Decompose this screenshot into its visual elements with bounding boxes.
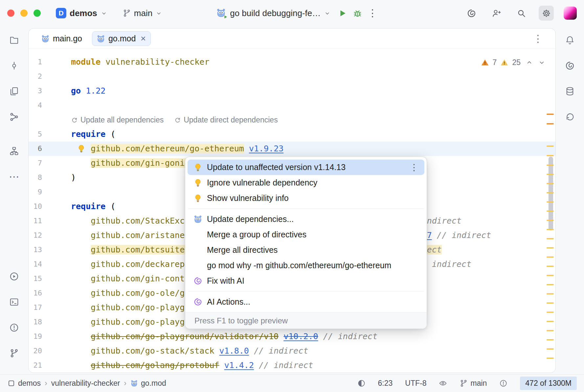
database-icon[interactable] <box>561 82 579 100</box>
more-run-actions-button[interactable]: ⋮ <box>365 6 380 21</box>
stripe-weak-warning-mark[interactable] <box>547 229 554 230</box>
copy-icon[interactable] <box>5 82 23 100</box>
debug-button[interactable] <box>350 6 365 21</box>
ai-assistant-icon[interactable] <box>464 6 479 21</box>
close-tab-icon[interactable]: ✕ <box>140 35 146 43</box>
menu-item[interactable]: Merge all directives <box>188 242 424 258</box>
breadcrumb-file[interactable]: go.mod <box>141 379 166 388</box>
structure-icon[interactable] <box>5 142 23 160</box>
breadcrumb-project[interactable]: demos <box>18 379 41 388</box>
stripe-weak-warning-mark[interactable] <box>547 201 554 203</box>
menu-item[interactable]: Fix with AI <box>188 273 424 289</box>
more-icon[interactable]: ⋯ <box>5 167 23 186</box>
menu-item[interactable]: Merge a group of directives <box>188 227 424 242</box>
history-icon[interactable] <box>561 108 579 126</box>
stripe-weak-warning-mark[interactable] <box>547 155 554 156</box>
notifications-icon[interactable] <box>561 31 579 49</box>
code-line[interactable]: 20 github.com/go-stack/stack v1.8.0 // i… <box>29 344 555 358</box>
project-widget[interactable]: D demos <box>52 5 111 21</box>
zoom-window-button[interactable] <box>34 10 41 17</box>
commit-icon[interactable] <box>5 56 23 75</box>
stripe-weak-warning-mark[interactable] <box>547 348 554 350</box>
highlighting-eye-icon[interactable] <box>439 379 447 387</box>
stripe-weak-warning-mark[interactable] <box>547 321 554 322</box>
close-window-button[interactable] <box>7 10 14 17</box>
menu-item-label: Show vulnerability info <box>207 193 289 203</box>
inlay-hints-row[interactable]: Update all dependenciesUpdate direct dep… <box>29 113 555 127</box>
minimize-window-button[interactable] <box>20 10 28 17</box>
refresh-icon <box>71 117 78 123</box>
stripe-warning-mark[interactable] <box>547 123 554 124</box>
run-button[interactable] <box>335 6 350 21</box>
code-line[interactable]: 4 <box>29 98 555 113</box>
stripe-weak-warning-mark[interactable] <box>547 247 554 249</box>
stripe-weak-warning-mark[interactable] <box>547 238 554 239</box>
avatar[interactable] <box>564 7 577 20</box>
menu-item[interactable]: Update dependencies... <box>188 211 424 227</box>
stripe-weak-warning-mark[interactable] <box>547 256 554 258</box>
stripe-warning-mark[interactable] <box>547 114 554 115</box>
stripe-weak-warning-mark[interactable] <box>547 330 554 331</box>
breadcrumb-module[interactable]: vulnerability-checker <box>51 379 120 388</box>
code-line[interactable]: 3go 1.22 <box>29 84 555 98</box>
settings-icon[interactable] <box>539 6 554 21</box>
inspections-widget[interactable]: 7 25 <box>481 58 546 67</box>
stripe-weak-warning-mark[interactable] <box>547 192 554 193</box>
intention-bulb-icon[interactable] <box>77 144 86 153</box>
folder-icon[interactable] <box>5 31 23 49</box>
menu-item[interactable]: go mod why -m github.com/ethereum/go-eth… <box>188 258 424 273</box>
ai-assistant-icon[interactable] <box>561 56 579 75</box>
stripe-weak-warning-mark[interactable] <box>547 164 554 166</box>
stripe-weak-warning-mark[interactable] <box>547 339 554 340</box>
stripe-weak-warning-mark[interactable] <box>547 210 554 212</box>
stripe-weak-warning-mark[interactable] <box>547 266 554 267</box>
stripe-weak-warning-mark[interactable] <box>547 302 554 304</box>
code-line[interactable]: 6 github.com/ethereum/go-ethereum v1.9.2… <box>29 142 555 156</box>
code-line[interactable]: 21 github.com/golang/protobuf v1.4.2 // … <box>29 358 555 373</box>
menu-item-more-icon[interactable]: ⋮ <box>408 162 420 173</box>
inlay-update-direct-dependencies[interactable]: Update direct dependencies <box>174 113 278 127</box>
search-icon[interactable] <box>514 6 529 21</box>
stripe-weak-warning-mark[interactable] <box>547 284 554 285</box>
previous-problem-button[interactable] <box>526 59 533 66</box>
stripe-weak-warning-mark[interactable] <box>547 275 554 276</box>
stripe-weak-warning-mark[interactable] <box>547 312 554 313</box>
menu-item[interactable]: Ignore vulnerable dependency <box>188 175 424 190</box>
file-encoding[interactable]: UTF-8 <box>405 379 426 388</box>
run-configuration-widget[interactable]: go build debugging-fe… <box>212 5 335 21</box>
stripe-weak-warning-mark[interactable] <box>547 145 554 147</box>
memory-indicator[interactable]: 472 of 1300M <box>520 377 577 390</box>
caret-position[interactable]: 6:23 <box>378 379 393 388</box>
menu-item[interactable]: Show vulnerability info <box>188 190 424 206</box>
run-icon[interactable] <box>5 267 23 286</box>
stripe-weak-warning-mark[interactable] <box>547 358 554 359</box>
stripe-weak-warning-mark[interactable] <box>547 183 554 184</box>
stripe-weak-warning-mark[interactable] <box>547 293 554 294</box>
tab-main-go[interactable]: main.go <box>36 31 87 46</box>
terminal-icon[interactable] <box>5 293 23 311</box>
add-user-icon[interactable] <box>489 6 504 21</box>
code-line[interactable]: 5require ( <box>29 127 555 142</box>
code-line[interactable]: 2 <box>29 69 555 84</box>
project-window-icon[interactable] <box>9 381 14 386</box>
inlay-update-all-dependencies[interactable]: Update all dependencies <box>71 113 164 127</box>
alert-icon[interactable] <box>499 379 507 387</box>
go-gopher-icon <box>216 8 227 18</box>
problems-icon[interactable] <box>5 318 23 337</box>
stripe-weak-warning-mark[interactable] <box>547 220 554 221</box>
stripe-weak-warning-mark[interactable] <box>547 174 554 175</box>
line-number: 13 <box>29 243 42 257</box>
git-branch-status-widget[interactable]: main <box>460 379 487 388</box>
contrast-icon[interactable] <box>357 379 366 387</box>
tab-go-mod[interactable]: go.mod ✕ <box>92 31 151 46</box>
next-problem-button[interactable] <box>538 59 546 66</box>
menu-item[interactable]: Update to unaffected version v1.14.13⋮ <box>188 160 424 175</box>
tab-options-icon[interactable]: ⋮ <box>533 33 543 44</box>
pull-requests-icon[interactable] <box>5 108 23 126</box>
git-branch-icon[interactable] <box>5 344 23 362</box>
menu-item[interactable]: AI Actions... <box>188 294 424 310</box>
code-line[interactable]: 19 github.com/go-playground/validator/v1… <box>29 329 555 344</box>
application-window: D demos main go build debugging-fe… ⋮ ⋯ <box>0 0 584 392</box>
git-branch-widget[interactable]: main <box>119 6 166 21</box>
code-line[interactable]: 1module vulnerability-checker <box>29 55 555 69</box>
